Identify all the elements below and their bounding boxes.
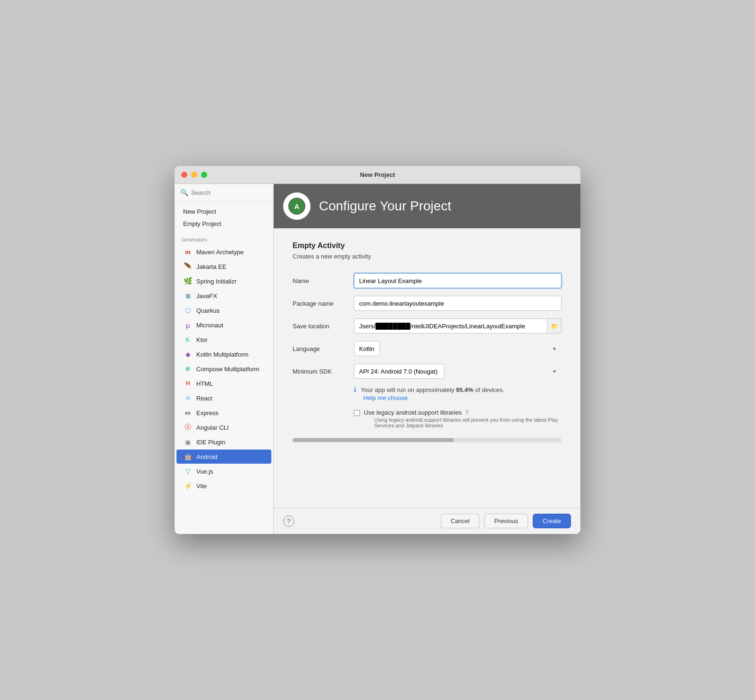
- ktor-label: Ktor: [196, 336, 208, 343]
- react-icon: ⚛: [183, 393, 193, 403]
- language-field-row: Language Kotlin Java: [293, 341, 562, 356]
- sidebar: 🔍 New Project Empty Project Generators m…: [175, 184, 274, 534]
- titlebar: New Project: [175, 166, 580, 184]
- android-label: Android: [196, 453, 218, 460]
- javafx-label: JavaFX: [196, 292, 217, 300]
- maven-icon: m: [183, 247, 193, 257]
- footer-left: ?: [283, 516, 294, 527]
- quarkus-label: Quarkus: [196, 307, 219, 314]
- sidebar-item-html[interactable]: H HTML: [176, 376, 271, 391]
- jakarta-ee-label: Jakarta EE: [196, 263, 226, 270]
- sidebar-item-kotlin-multiplatform[interactable]: ◆ Kotlin Multiplatform: [176, 347, 271, 361]
- footer: ? Cancel Previous Create: [274, 508, 580, 534]
- save-location-input[interactable]: [354, 318, 547, 333]
- language-label: Language: [293, 345, 354, 352]
- info-icon: ℹ: [354, 386, 356, 393]
- folder-icon: 📁: [551, 323, 558, 330]
- sidebar-item-vite[interactable]: ⚡ Vite: [176, 479, 271, 493]
- right-panel: A Configure Your Project Empty Activity …: [274, 184, 580, 534]
- compose-icon: ❄: [183, 364, 193, 374]
- activity-description: Creates a new empty activity: [293, 253, 562, 260]
- help-button[interactable]: ?: [283, 516, 294, 527]
- info-percentage: 95.4%: [456, 386, 473, 393]
- main-content: 🔍 New Project Empty Project Generators m…: [175, 184, 580, 534]
- name-input[interactable]: [354, 273, 562, 288]
- panel-header-title: Configure Your Project: [319, 199, 451, 214]
- quarkus-icon: ⬡: [183, 306, 193, 315]
- legacy-libraries-sublabel: Using legacy android.support libraries w…: [374, 417, 562, 428]
- help-circle-icon: ?: [287, 517, 290, 525]
- search-input[interactable]: [191, 189, 268, 196]
- minsdk-label: Minimum SDK: [293, 368, 354, 375]
- sidebar-item-micronaut[interactable]: μ Micronaut: [176, 318, 271, 332]
- save-location-label: Save location: [293, 323, 354, 330]
- angular-icon: Ⓐ: [183, 423, 193, 432]
- window-title: New Project: [360, 171, 395, 178]
- generators-section-label: Generators: [175, 232, 273, 244]
- vue-label: Vue.js: [196, 468, 213, 475]
- kotlin-mp-icon: ◆: [183, 350, 193, 359]
- cancel-button[interactable]: Cancel: [441, 514, 479, 528]
- minimize-button[interactable]: [191, 172, 197, 178]
- package-name-field-row: Package name: [293, 296, 562, 311]
- sidebar-item-express[interactable]: ex Express: [176, 406, 271, 420]
- info-text-suffix: of devices.: [473, 386, 504, 393]
- angular-label: Angular CLI: [196, 424, 229, 431]
- header-icon-container: A: [283, 192, 310, 220]
- browse-folder-button[interactable]: 📁: [547, 318, 562, 333]
- sidebar-item-maven-archetype[interactable]: m Maven Archetype: [176, 245, 271, 259]
- new-project-label: New Project: [183, 208, 216, 215]
- compose-label: Compose Multiplatform: [196, 366, 260, 373]
- micronaut-label: Micronaut: [196, 322, 223, 329]
- sidebar-item-javafx[interactable]: ▦ JavaFX: [176, 289, 271, 303]
- sidebar-item-android[interactable]: 🤖 Android: [176, 450, 271, 464]
- legacy-libraries-checkbox[interactable]: [354, 410, 360, 416]
- android-icon: 🤖: [183, 452, 193, 461]
- language-select[interactable]: Kotlin Java: [354, 341, 380, 356]
- device-info-row: ℹ Your app will run on approximately 95.…: [354, 386, 562, 401]
- kotlin-mp-label: Kotlin Multiplatform: [196, 351, 249, 358]
- sidebar-item-vue-js[interactable]: ▽ Vue.js: [176, 464, 271, 478]
- legacy-libraries-checkbox-row: Use legacy android.support libraries ? U…: [354, 409, 562, 428]
- language-select-wrapper: Kotlin Java: [354, 341, 562, 356]
- ide-label: IDE Plugin: [196, 439, 225, 446]
- sidebar-item-react[interactable]: ⚛ React: [176, 391, 271, 405]
- package-name-input[interactable]: [354, 296, 562, 311]
- sidebar-item-ide-plugin[interactable]: ▣ IDE Plugin: [176, 435, 271, 449]
- generator-items-list: m Maven Archetype 🪶 Jakarta EE 🌿 Spring …: [175, 244, 273, 493]
- vue-icon: ▽: [183, 467, 193, 476]
- previous-button[interactable]: Previous: [484, 514, 528, 528]
- window-controls: [181, 172, 207, 178]
- minsdk-select[interactable]: API 24: Android 7.0 (Nougat) API 21: And…: [354, 364, 445, 379]
- sidebar-item-angular-cli[interactable]: Ⓐ Angular CLI: [176, 420, 271, 434]
- sidebar-item-quarkus[interactable]: ⬡ Quarkus: [176, 303, 271, 317]
- legacy-help-icon: ?: [465, 409, 469, 416]
- horizontal-scrollbar[interactable]: [293, 438, 562, 442]
- activity-title: Empty Activity: [293, 242, 562, 250]
- save-location-input-group: 📁: [354, 318, 562, 333]
- help-me-choose-link[interactable]: Help me choose: [363, 394, 562, 401]
- sidebar-item-spring-initializr[interactable]: 🌿 Spring Initializr: [176, 274, 271, 288]
- sidebar-item-ktor[interactable]: K Ktor: [176, 333, 271, 347]
- javafx-icon: ▦: [183, 291, 193, 300]
- sidebar-item-new-project[interactable]: New Project: [176, 206, 271, 217]
- sidebar-search-area: 🔍: [175, 184, 273, 201]
- main-window: New Project 🔍 New Project Empty Project …: [175, 166, 580, 534]
- close-button[interactable]: [181, 172, 187, 178]
- name-field-row: Name: [293, 273, 562, 288]
- react-label: React: [196, 395, 212, 402]
- sidebar-item-compose-multiplatform[interactable]: ❄ Compose Multiplatform: [176, 362, 271, 376]
- svg-text:A: A: [294, 202, 300, 210]
- sidebar-item-empty-project[interactable]: Empty Project: [176, 218, 271, 230]
- maximize-button[interactable]: [201, 172, 207, 178]
- scrollbar-thumb: [293, 438, 454, 442]
- panel-body: Empty Activity Creates a new empty activ…: [274, 228, 580, 508]
- legacy-libraries-label[interactable]: Use legacy android.support libraries: [364, 409, 461, 416]
- android-studio-icon: A: [288, 197, 306, 215]
- footer-right: Cancel Previous Create: [441, 514, 571, 528]
- minsdk-select-wrapper: API 24: Android 7.0 (Nougat) API 21: And…: [354, 364, 562, 379]
- sidebar-item-jakarta-ee[interactable]: 🪶 Jakarta EE: [176, 259, 271, 274]
- create-button[interactable]: Create: [533, 514, 571, 528]
- spring-label: Spring Initializr: [196, 278, 236, 285]
- minsdk-field-row: Minimum SDK API 24: Android 7.0 (Nougat)…: [293, 364, 562, 379]
